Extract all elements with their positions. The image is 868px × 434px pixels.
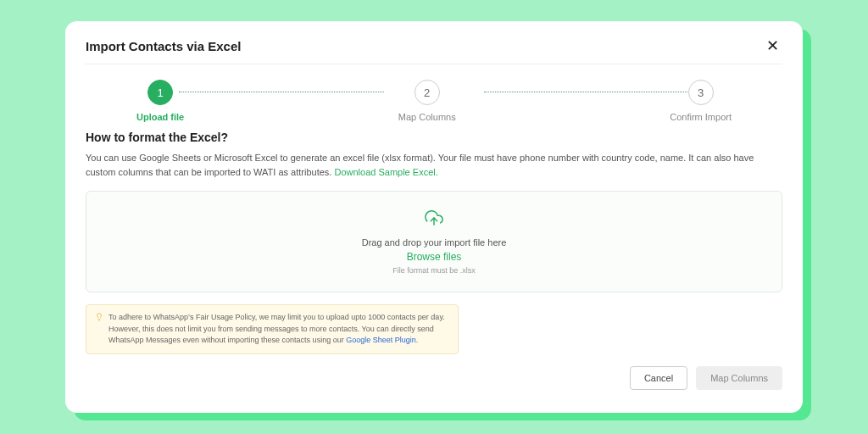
step-circle: 3 <box>688 80 714 105</box>
close-icon: ✕ <box>766 37 779 54</box>
modal-footer: Cancel Map Columns <box>86 366 782 390</box>
step-circle: 1 <box>147 80 173 105</box>
download-sample-link[interactable]: Download Sample Excel. <box>334 167 437 177</box>
step-connector <box>484 92 689 92</box>
google-sheet-plugin-link[interactable]: Google Sheet Plugin. <box>346 336 418 344</box>
cancel-button[interactable]: Cancel <box>630 366 687 390</box>
section-heading: How to format the Excel? <box>86 131 782 144</box>
step-3: 3 Confirm Import <box>670 80 732 122</box>
import-modal: Import Contacts via Excel ✕ 1 Upload fil… <box>65 21 803 413</box>
upload-icon <box>425 209 443 231</box>
step-1: 1 Upload file <box>136 80 184 122</box>
step-2: 2 Map Columns <box>398 80 456 122</box>
step-label: Upload file <box>136 112 184 122</box>
usage-alert: To adhere to WhatsApp’s Fair Usage Polic… <box>86 304 459 354</box>
step-circle: 2 <box>415 80 440 105</box>
file-format-hint: File format must be .xlsx <box>392 266 476 275</box>
step-connector <box>179 92 384 92</box>
modal-title: Import Contacts via Excel <box>86 39 241 53</box>
stepper: 1 Upload file 2 Map Columns 3 Confirm Im… <box>86 64 782 131</box>
step-label: Confirm Import <box>670 112 732 122</box>
step-label: Map Columns <box>398 112 456 122</box>
browse-files-link[interactable]: Browse files <box>407 251 462 263</box>
close-button[interactable]: ✕ <box>763 36 782 55</box>
modal-header: Import Contacts via Excel ✕ <box>86 36 782 64</box>
alert-text: To adhere to WhatsApp’s Fair Usage Polic… <box>108 312 449 347</box>
section-description: You can use Google Sheets or Microsoft E… <box>86 151 782 179</box>
dropzone-text: Drag and drop your import file here <box>362 237 507 248</box>
file-dropzone[interactable]: Drag and drop your import file here Brow… <box>86 191 782 292</box>
lightbulb-icon <box>95 313 103 347</box>
map-columns-button[interactable]: Map Columns <box>696 366 782 390</box>
